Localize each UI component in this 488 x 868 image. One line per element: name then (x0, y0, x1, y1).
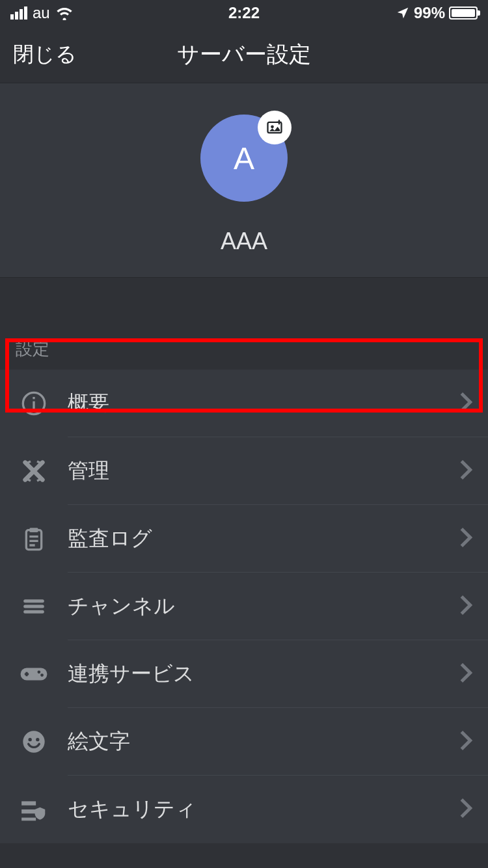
svg-rect-15 (21, 818, 36, 821)
settings-row-audit-log[interactable]: 監査ログ (0, 505, 488, 573)
section-header-user-management: ユーザー管理 (0, 843, 488, 868)
chevron-right-icon (459, 391, 472, 416)
battery-icon (449, 7, 478, 20)
chevron-right-icon (459, 526, 472, 551)
page-title: サーバー設定 (177, 40, 311, 70)
chevron-right-icon (459, 594, 472, 619)
chevron-right-icon (459, 662, 472, 686)
wifi-icon (55, 6, 74, 20)
svg-point-9 (40, 673, 44, 677)
emoji-icon (18, 729, 49, 755)
row-label: 概要 (49, 389, 459, 418)
section-gap (0, 278, 488, 314)
server-avatar-button[interactable]: A (200, 115, 288, 202)
svg-point-12 (36, 738, 39, 741)
gamepad-icon (18, 664, 49, 684)
carrier-label: au (33, 4, 50, 22)
row-label: 管理 (49, 457, 459, 485)
chevron-right-icon (459, 459, 472, 483)
chevron-right-icon (459, 729, 472, 754)
section-header-settings: 設定 (0, 314, 488, 370)
svg-rect-14 (21, 809, 36, 813)
chevron-right-icon (459, 797, 472, 822)
svg-point-11 (29, 738, 32, 741)
svg-point-10 (23, 731, 44, 752)
upload-image-icon[interactable] (258, 111, 291, 144)
row-label: 監査ログ (49, 524, 459, 553)
battery-percent: 99% (414, 4, 445, 22)
clock: 2:22 (228, 4, 260, 22)
row-label: 連携サービス (49, 660, 459, 688)
close-button[interactable]: 閉じる (13, 40, 77, 69)
settings-row-overview[interactable]: 概要 (0, 370, 488, 437)
clipboard-icon (18, 526, 49, 552)
svg-point-8 (38, 671, 41, 674)
svg-rect-3 (33, 401, 34, 409)
status-bar: au 2:22 99% (0, 0, 488, 26)
channels-icon (18, 593, 49, 619)
avatar-initial: A (234, 141, 254, 176)
svg-point-1 (271, 126, 274, 129)
settings-row-emoji[interactable]: 絵文字 (0, 708, 488, 776)
info-icon (18, 390, 49, 416)
svg-rect-4 (33, 397, 34, 399)
svg-rect-13 (21, 801, 36, 805)
svg-rect-6 (29, 528, 38, 532)
settings-row-moderation[interactable]: 管理 (0, 437, 488, 505)
settings-row-integrations[interactable]: 連携サービス (0, 640, 488, 708)
settings-row-channels[interactable]: チャンネル (0, 573, 488, 640)
location-icon (396, 6, 410, 20)
server-hero: A AAA (0, 83, 488, 278)
server-name: AAA (221, 228, 267, 255)
settings-row-security[interactable]: セキュリティ (0, 776, 488, 843)
signal-icon (10, 7, 27, 20)
row-label: 絵文字 (49, 727, 459, 756)
row-label: チャンネル (49, 592, 459, 621)
moderation-icon (18, 458, 49, 484)
row-label: セキュリティ (49, 795, 459, 824)
security-icon (18, 796, 49, 822)
nav-header: 閉じる サーバー設定 (0, 26, 488, 83)
settings-list: 概要 管理 監査ログ チャンネル (0, 370, 488, 843)
